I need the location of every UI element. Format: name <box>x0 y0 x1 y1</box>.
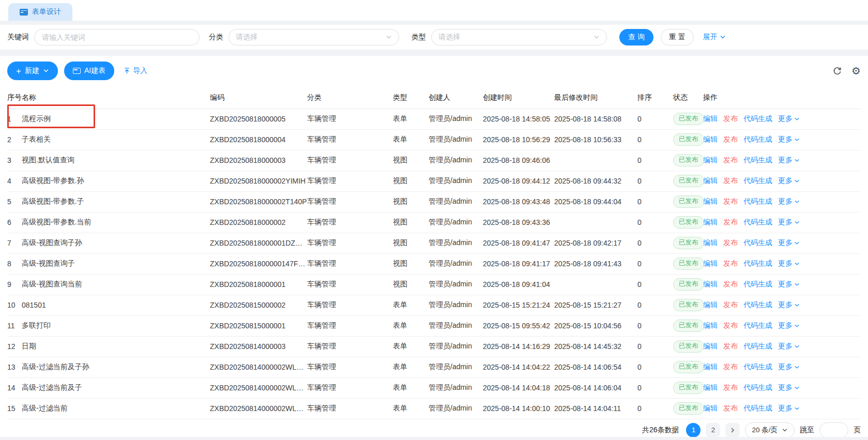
jump-page-input[interactable] <box>819 422 848 437</box>
more-link[interactable]: 更多 <box>778 259 800 268</box>
cell-name: 高级视图-带参数.当前 <box>22 212 210 233</box>
more-link[interactable]: 更多 <box>778 280 800 289</box>
codegen-link[interactable]: 代码生成 <box>743 404 772 412</box>
codegen-link[interactable]: 代码生成 <box>743 135 772 143</box>
next-page-button[interactable] <box>725 423 740 437</box>
tab-form-design[interactable]: 表单设计 <box>8 3 72 21</box>
page-size-select[interactable]: 20 条/页 <box>745 422 795 437</box>
more-link[interactable]: 更多 <box>778 321 800 330</box>
cell-category: 车辆管理 <box>307 274 393 295</box>
expand-toggle[interactable]: 展开 <box>703 33 726 42</box>
reset-button[interactable]: 重 置 <box>661 29 694 45</box>
more-link[interactable]: 更多 <box>778 300 800 310</box>
column-header: 排序 <box>637 87 673 109</box>
new-button[interactable]: + 新建 <box>7 62 58 80</box>
more-link[interactable]: 更多 <box>778 362 800 372</box>
chevron-down-icon <box>794 199 800 205</box>
cell-code: ZXBD20250818000002T140P <box>210 191 307 212</box>
codegen-link[interactable]: 代码生成 <box>743 156 772 164</box>
edit-link[interactable]: 编辑 <box>703 280 718 288</box>
more-label: 更多 <box>778 114 793 124</box>
cell-creator: 管理员/admin <box>429 253 483 274</box>
publish-link[interactable]: 发布 <box>723 135 738 143</box>
publish-link[interactable]: 发布 <box>723 156 738 164</box>
cell-actions: 编辑发布代码生成更多 <box>703 129 861 150</box>
edit-link[interactable]: 编辑 <box>703 218 718 226</box>
codegen-link[interactable]: 代码生成 <box>743 218 772 226</box>
publish-link[interactable]: 发布 <box>723 280 738 288</box>
type-select[interactable]: 请选择 <box>431 29 607 45</box>
more-link[interactable]: 更多 <box>778 135 800 144</box>
cell-seq: 6 <box>7 212 22 233</box>
codegen-link[interactable]: 代码生成 <box>743 383 772 391</box>
codegen-link[interactable]: 代码生成 <box>743 259 772 267</box>
more-link[interactable]: 更多 <box>778 383 800 392</box>
settings-button[interactable]: ⚙ <box>851 66 861 76</box>
edit-link[interactable]: 编辑 <box>703 156 718 164</box>
more-link[interactable]: 更多 <box>778 218 800 227</box>
cell-code: ZXBD2025081800000147FEF <box>210 253 307 274</box>
edit-link[interactable]: 编辑 <box>703 362 718 371</box>
cell-status: 已发布 <box>673 233 703 253</box>
edit-link[interactable]: 编辑 <box>703 197 718 205</box>
codegen-link[interactable]: 代码生成 <box>743 176 772 185</box>
publish-link[interactable]: 发布 <box>723 218 738 226</box>
more-link[interactable]: 更多 <box>778 238 800 248</box>
ai-create-table-button[interactable]: AI建表 <box>64 62 114 80</box>
codegen-link[interactable]: 代码生成 <box>743 238 772 247</box>
cell-creator: 管理员/admin <box>429 295 483 315</box>
edit-link[interactable]: 编辑 <box>703 300 718 309</box>
publish-link[interactable]: 发布 <box>723 197 738 205</box>
publish-link[interactable]: 发布 <box>723 259 738 267</box>
edit-link[interactable]: 编辑 <box>703 176 718 185</box>
publish-link[interactable]: 发布 <box>723 238 738 247</box>
edit-link[interactable]: 编辑 <box>703 321 718 329</box>
publish-link[interactable]: 发布 <box>723 404 738 412</box>
plus-icon: + <box>16 67 21 75</box>
more-link[interactable]: 更多 <box>778 404 800 413</box>
edit-link[interactable]: 编辑 <box>703 259 718 267</box>
search-button[interactable]: 查 询 <box>619 29 653 45</box>
publish-link[interactable]: 发布 <box>723 362 738 371</box>
more-link[interactable]: 更多 <box>778 342 800 351</box>
cell-sort: 0 <box>637 171 673 191</box>
refresh-button[interactable] <box>832 66 842 76</box>
cell-sort: 0 <box>637 233 673 253</box>
codegen-link[interactable]: 代码生成 <box>743 362 772 371</box>
category-select[interactable]: 请选择 <box>229 29 399 45</box>
publish-link[interactable]: 发布 <box>723 114 738 123</box>
more-link[interactable]: 更多 <box>778 156 800 165</box>
codegen-link[interactable]: 代码生成 <box>743 300 772 309</box>
cell-type: 视图 <box>393 191 429 212</box>
edit-link[interactable]: 编辑 <box>703 114 718 123</box>
publish-link[interactable]: 发布 <box>723 321 738 329</box>
edit-link[interactable]: 编辑 <box>703 383 718 391</box>
more-link[interactable]: 更多 <box>778 114 800 124</box>
table-row: 7高级-视图查询子孙ZXBD20250818000001DZS7B车辆管理视图管… <box>7 233 861 253</box>
codegen-link[interactable]: 代码生成 <box>743 197 772 205</box>
cell-sort: 0 <box>637 295 673 315</box>
edit-link[interactable]: 编辑 <box>703 135 718 143</box>
more-link[interactable]: 更多 <box>778 176 800 186</box>
page-button-1[interactable]: 1 <box>686 423 701 437</box>
more-link[interactable]: 更多 <box>778 197 800 206</box>
codegen-link[interactable]: 代码生成 <box>743 114 772 123</box>
keyword-input[interactable] <box>34 29 200 45</box>
import-button[interactable]: 导入 <box>124 66 147 75</box>
page-button-2[interactable]: 2 <box>706 423 720 437</box>
cell-modified: 2025-08-18 10:56:33 <box>554 129 637 150</box>
codegen-link[interactable]: 代码生成 <box>743 342 772 350</box>
publish-link[interactable]: 发布 <box>723 383 738 391</box>
codegen-link[interactable]: 代码生成 <box>743 321 772 329</box>
publish-link[interactable]: 发布 <box>723 300 738 309</box>
publish-link[interactable]: 发布 <box>723 342 738 350</box>
edit-link[interactable]: 编辑 <box>703 342 718 350</box>
cell-sort: 0 <box>637 191 673 212</box>
edit-link[interactable]: 编辑 <box>703 404 718 412</box>
page-size-value: 20 条/页 <box>752 426 778 435</box>
codegen-link[interactable]: 代码生成 <box>743 280 772 288</box>
cell-created: 2025-08-14 14:16:29 <box>483 336 554 357</box>
chevron-down-icon <box>593 34 600 40</box>
publish-link[interactable]: 发布 <box>723 176 738 185</box>
edit-link[interactable]: 编辑 <box>703 238 718 247</box>
